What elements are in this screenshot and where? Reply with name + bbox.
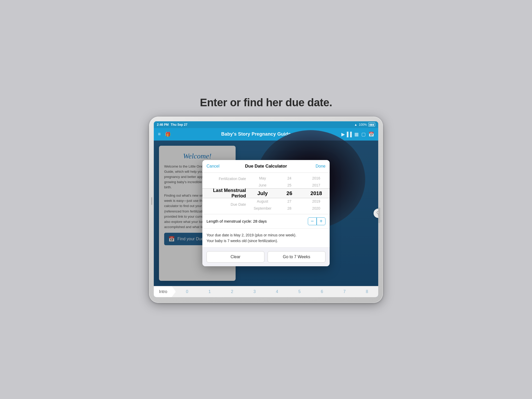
wifi-icon: ▲ (354, 123, 357, 127)
tab-week-3[interactable]: 3 (250, 286, 259, 297)
due-date-calculator-modal: Cancel Due Date Calculator Done Fertiliz… (202, 160, 330, 267)
picker-label-fertilization: Fertilization Date (205, 176, 246, 182)
grid-icon[interactable]: ▦ (354, 131, 359, 137)
picker-label-empty1 (205, 183, 246, 185)
square-icon[interactable]: ▢ (361, 131, 366, 137)
picker-label-empty2 (205, 209, 246, 211)
tab-nums: 0 1 2 3 4 5 6 7 8 (176, 286, 378, 297)
status-time: 2:46 PM (157, 123, 169, 127)
nav-right-icons: ▶▐▐ ▦ ▢ 📅 (341, 131, 374, 137)
modal-header: Cancel Due Date Calculator Done (202, 160, 330, 173)
battery-icon: ▮▮▮ (368, 123, 375, 127)
calendar-icon[interactable]: 📅 (368, 131, 374, 137)
picker-columns: Fertilization Date Last Menstrual Period… (202, 173, 330, 214)
svg-point-0 (377, 211, 378, 214)
cancel-button[interactable]: Cancel (207, 164, 225, 169)
cycle-length-label: Length of menstrual cycle: 28 days (207, 219, 308, 223)
modal-overlay: Cancel Due Date Calculator Done Fertiliz… (154, 141, 378, 286)
modal-title: Due Date Calculator (225, 164, 307, 169)
picker-day-25: 25 (277, 182, 302, 188)
cycle-length-row: Length of menstrual cycle: 28 days − + (202, 214, 330, 229)
picker-day-col[interactable]: 24 25 26 27 28 (276, 173, 303, 214)
ipad-screen: 2:46 PM Thu Sep 27 ▲ 100% ▮▮▮ ≡ 🎁 Baby's… (154, 121, 378, 297)
filmstrip-icon[interactable]: ▶▐▐ (341, 131, 352, 137)
battery-label: 100% (359, 123, 367, 127)
hamburger-icon[interactable]: ≡ (158, 131, 161, 137)
result-line-2: Your baby is 7 weeks old (since fertiliz… (207, 238, 325, 244)
tab-week-5[interactable]: 5 (295, 286, 304, 297)
picker-label-duedate: Due Date (205, 201, 246, 208)
result-area: Your due date is May 2, 2019 (plus or mi… (202, 229, 330, 248)
go-to-weeks-button[interactable]: Go to 7 Weeks (268, 251, 325, 263)
picker-day-27: 27 (277, 198, 302, 204)
tab-week-0[interactable]: 0 (182, 286, 192, 297)
picker-label-lmp: Last Menstrual Period (205, 187, 246, 200)
picker-month-july: July (250, 189, 275, 197)
tab-intro[interactable]: Intro (154, 286, 176, 297)
page-headline: Enter or find her due date. (200, 96, 332, 109)
ipad-shell: 2:46 PM Thu Sep 27 ▲ 100% ▮▮▮ ≡ 🎁 Baby's… (149, 117, 383, 303)
result-line-1: Your due date is May 2, 2019 (plus or mi… (207, 232, 325, 238)
picker-day-24: 24 (277, 175, 302, 181)
picker-month-september: September (250, 205, 275, 211)
picker-year-2020: 2020 (304, 205, 329, 211)
picker-day-26: 26 (277, 189, 302, 197)
picker-year-2016: 2016 (304, 175, 329, 181)
status-left: 2:46 PM Thu Sep 27 (157, 123, 187, 127)
picker-day-28: 28 (277, 205, 302, 211)
main-content: Welcome! Welcome to the Little One™ Preg… (154, 141, 378, 286)
picker-month-may: May (250, 175, 275, 181)
tab-week-2[interactable]: 2 (227, 286, 237, 297)
status-date: Thu Sep 27 (171, 123, 187, 127)
picker-year-2017: 2017 (304, 182, 329, 188)
status-bar: 2:46 PM Thu Sep 27 ▲ 100% ▮▮▮ (154, 121, 378, 128)
status-right: ▲ 100% ▮▮▮ (354, 123, 375, 127)
nav-bar: ≡ 🎁 Baby's Story Pregnancy Guide ▶▐▐ ▦ ▢… (154, 128, 378, 141)
picker-year-2019: 2019 (304, 198, 329, 204)
nav-left-icons: ≡ 🎁 (158, 131, 171, 137)
increment-button[interactable]: + (317, 217, 325, 225)
modal-footer: Clear Go to 7 Weeks (202, 248, 330, 266)
decrement-button[interactable]: − (308, 217, 317, 225)
side-button-left (151, 197, 152, 205)
picker-year-2018: 2018 (304, 189, 329, 197)
tab-week-1[interactable]: 1 (205, 286, 214, 297)
picker-month-august: August (250, 198, 275, 204)
clear-button[interactable]: Clear (207, 251, 264, 263)
tab-week-7[interactable]: 7 (340, 286, 349, 297)
picker-area[interactable]: Fertilization Date Last Menstrual Period… (202, 173, 330, 214)
picker-labels-col: Fertilization Date Last Menstrual Period… (202, 173, 249, 214)
tab-week-6[interactable]: 6 (317, 286, 327, 297)
done-button[interactable]: Done (307, 164, 325, 169)
picker-month-june: June (250, 182, 275, 188)
tab-week-4[interactable]: 4 (272, 286, 282, 297)
tab-bar: Intro 0 1 2 3 4 5 6 7 8 (154, 286, 378, 297)
cycle-stepper: − + (308, 217, 325, 225)
picker-year-col[interactable]: 2016 2017 2018 2019 2020 (303, 173, 330, 214)
side-button-right (378, 208, 380, 223)
tab-week-8[interactable]: 8 (362, 286, 372, 297)
picker-month-col[interactable]: May June July August September (249, 173, 276, 214)
gift-icon[interactable]: 🎁 (165, 131, 171, 137)
